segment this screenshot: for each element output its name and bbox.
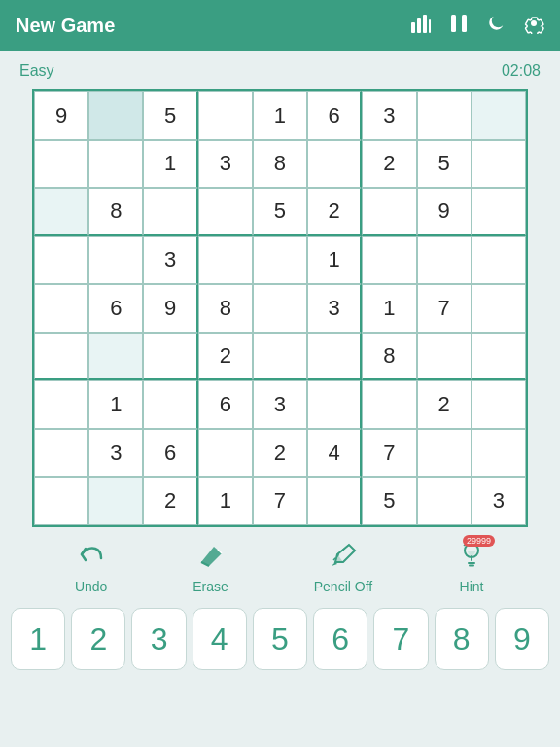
cell-r7-c3[interactable] [198, 429, 253, 478]
cell-r2-c3[interactable] [198, 188, 253, 236]
cell-r3-c3[interactable] [198, 236, 253, 285]
undo-button[interactable]: Undo [75, 541, 107, 594]
cell-r5-c5[interactable] [307, 333, 362, 381]
cell-r5-c0[interactable] [34, 333, 88, 381]
cell-r2-c5[interactable]: 2 [307, 188, 362, 236]
cell-r7-c4[interactable]: 2 [253, 429, 307, 478]
numpad-3-button[interactable]: 3 [131, 608, 186, 670]
numpad-1-button[interactable]: 1 [11, 608, 65, 670]
erase-button[interactable]: Erase [192, 541, 228, 594]
cell-r6-c7[interactable]: 2 [417, 380, 472, 429]
hint-icon [458, 544, 485, 574]
gear-icon[interactable] [523, 13, 544, 39]
cell-r7-c6[interactable]: 7 [362, 429, 416, 478]
cell-r8-c2[interactable]: 2 [143, 477, 197, 525]
bar-chart-icon[interactable] [410, 13, 432, 39]
cell-r3-c2[interactable]: 3 [143, 236, 197, 285]
cell-r1-c7[interactable]: 5 [417, 140, 472, 189]
numpad-2-button[interactable]: 2 [71, 608, 125, 670]
cell-r2-c7[interactable]: 9 [417, 188, 472, 236]
cell-r0-c3[interactable] [198, 91, 253, 140]
cell-r4-c4[interactable] [253, 284, 307, 333]
numpad-5-button[interactable]: 5 [253, 608, 307, 670]
cell-r0-c1[interactable] [88, 91, 143, 140]
cell-r4-c2[interactable]: 9 [143, 284, 197, 333]
cell-r6-c5[interactable] [307, 380, 362, 429]
cell-r2-c2[interactable] [143, 188, 197, 236]
cell-r7-c1[interactable]: 3 [88, 429, 143, 478]
timer-display: 02:08 [502, 62, 541, 80]
cell-r4-c0[interactable] [34, 284, 88, 333]
cell-r1-c6[interactable]: 2 [362, 140, 416, 189]
cell-r8-c3[interactable]: 1 [198, 477, 253, 525]
cell-r3-c1[interactable] [88, 236, 143, 285]
cell-r0-c0[interactable]: 9 [34, 91, 88, 140]
cell-r5-c7[interactable] [417, 333, 472, 381]
cell-r2-c6[interactable] [362, 188, 416, 236]
cell-r2-c4[interactable]: 5 [253, 188, 307, 236]
cell-r1-c8[interactable] [472, 140, 526, 189]
pause-icon[interactable] [449, 13, 469, 39]
cell-r1-c3[interactable]: 3 [198, 140, 253, 189]
hint-button[interactable]: 29999 Hint [458, 541, 485, 594]
cell-r5-c8[interactable] [472, 333, 526, 381]
cell-r1-c4[interactable]: 8 [253, 140, 307, 189]
cell-r2-c8[interactable] [472, 188, 526, 236]
cell-r5-c1[interactable] [88, 333, 143, 381]
cell-r1-c1[interactable] [88, 140, 143, 189]
cell-r7-c0[interactable] [34, 429, 88, 478]
pencil-button[interactable]: Pencil Off [314, 541, 372, 594]
cell-r4-c5[interactable]: 3 [307, 284, 362, 333]
cell-r8-c5[interactable] [307, 477, 362, 525]
cell-r7-c8[interactable] [472, 429, 526, 478]
cell-r0-c5[interactable]: 6 [307, 91, 362, 140]
cell-r1-c2[interactable]: 1 [143, 140, 197, 189]
cell-r7-c2[interactable]: 6 [143, 429, 197, 478]
cell-r6-c8[interactable] [472, 380, 526, 429]
numpad-7-button[interactable]: 7 [373, 608, 428, 670]
cell-r5-c3[interactable]: 2 [198, 333, 253, 381]
cell-r0-c6[interactable]: 3 [362, 91, 416, 140]
cell-r3-c6[interactable] [362, 236, 416, 285]
cell-r7-c7[interactable] [417, 429, 472, 478]
numpad-9-button[interactable]: 9 [495, 608, 549, 670]
cell-r4-c1[interactable]: 6 [88, 284, 143, 333]
cell-r2-c0[interactable] [34, 188, 88, 236]
cell-r5-c4[interactable] [253, 333, 307, 381]
cell-r1-c0[interactable] [34, 140, 88, 189]
cell-r4-c3[interactable]: 8 [198, 284, 253, 333]
cell-r3-c7[interactable] [417, 236, 472, 285]
cell-r7-c5[interactable]: 4 [307, 429, 362, 478]
cell-r3-c4[interactable] [253, 236, 307, 285]
cell-r2-c1[interactable]: 8 [88, 188, 143, 236]
cell-r6-c1[interactable]: 1 [88, 380, 143, 429]
cell-r8-c7[interactable] [417, 477, 472, 525]
moon-icon[interactable] [486, 13, 506, 39]
cell-r8-c0[interactable] [34, 477, 88, 525]
cell-r1-c5[interactable] [307, 140, 362, 189]
cell-r5-c2[interactable] [143, 333, 197, 381]
cell-r5-c6[interactable]: 8 [362, 333, 416, 381]
cell-r3-c8[interactable] [472, 236, 526, 285]
numpad-6-button[interactable]: 6 [313, 608, 368, 670]
cell-r3-c5[interactable]: 1 [307, 236, 362, 285]
cell-r6-c6[interactable] [362, 380, 416, 429]
numpad-4-button[interactable]: 4 [192, 608, 247, 670]
cell-r6-c2[interactable] [143, 380, 197, 429]
cell-r8-c1[interactable] [88, 477, 143, 525]
cell-r0-c7[interactable] [417, 91, 472, 140]
cell-r6-c3[interactable]: 6 [198, 380, 253, 429]
cell-r3-c0[interactable] [34, 236, 88, 285]
cell-r4-c7[interactable]: 7 [417, 284, 472, 333]
cell-r0-c8[interactable] [472, 91, 526, 140]
numpad-8-button[interactable]: 8 [435, 608, 489, 670]
cell-r6-c0[interactable] [34, 380, 88, 429]
cell-r0-c4[interactable]: 1 [253, 91, 307, 140]
cell-r0-c2[interactable]: 5 [143, 91, 197, 140]
cell-r4-c8[interactable] [472, 284, 526, 333]
cell-r8-c4[interactable]: 7 [253, 477, 307, 525]
cell-r4-c6[interactable]: 1 [362, 284, 416, 333]
cell-r6-c4[interactable]: 3 [253, 380, 307, 429]
cell-r8-c6[interactable]: 5 [362, 477, 416, 525]
cell-r8-c8[interactable]: 3 [472, 477, 526, 525]
